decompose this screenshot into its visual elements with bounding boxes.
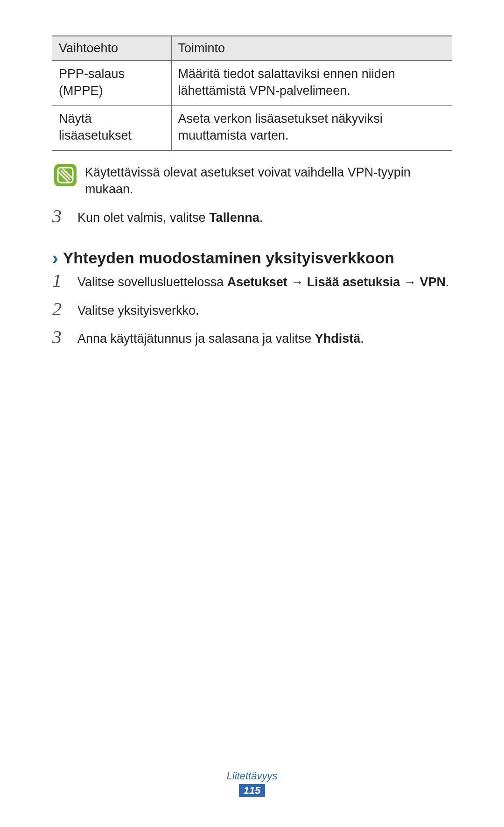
table-row: PPP-salaus (MPPE) Määritä tiedot salatta… [52,61,452,106]
step-row: 2Valitse yksityisverkko. [52,299,452,319]
step-text: → [400,275,420,289]
option-cell: PPP-salaus (MPPE) [52,61,171,106]
step-body: Valitse yksityisverkko. [77,299,199,319]
step-bold: VPN [420,275,446,289]
step-text: Valitse sovellusluettelossa [77,275,227,289]
option-cell: Näytä lisäasetukset [52,105,171,150]
section-heading: › Yhteyden muodostaminen yksityisverkkoo… [52,248,452,267]
step-body: Kun olet valmis, valitse Tallenna. [77,206,263,226]
options-table: Vaihtoehto Toiminto PPP-salaus (MPPE) Mä… [52,35,452,151]
note-icon [53,163,77,187]
step-number: 2 [52,299,69,318]
function-cell: Määritä tiedot salattaviksi ennen niiden… [171,61,452,106]
page-footer: Liitettävyys 115 [0,770,504,797]
footer-category: Liitettävyys [0,770,504,782]
table-row: Näytä lisäasetukset Aseta verkon lisäase… [52,105,452,150]
step-body: Valitse sovellusluettelossa Asetukset → … [77,271,449,290]
step-row: 1Valitse sovellusluettelossa Asetukset →… [52,271,452,290]
step-bold: Asetukset [227,275,287,289]
chevron-right-icon: › [52,249,58,267]
step-text: . [360,332,364,346]
step-bold: Yhdistä [315,332,361,346]
step-bold: Lisää asetuksia [307,275,400,289]
step-text: . [259,211,263,225]
step-number: 3 [52,327,69,346]
step-text: → [287,275,307,289]
step-row: 3Anna käyttäjätunnus ja salasana ja vali… [52,327,452,347]
section-title: Yhteyden muodostaminen yksityisverkkoon [63,249,394,267]
note-text: Käytettävissä olevat asetukset voivat va… [85,163,452,198]
step-bold: Tallenna [209,211,259,225]
step-text: Kun olet valmis, valitse [77,211,209,225]
step-text: . [446,275,449,289]
note-row: Käytettävissä olevat asetukset voivat va… [52,163,452,198]
table-header-row: Vaihtoehto Toiminto [52,36,452,61]
step-number: 3 [52,206,69,226]
manual-page: Vaihtoehto Toiminto PPP-salaus (MPPE) Mä… [0,0,504,827]
step-number: 1 [52,271,69,290]
table-header-function: Toiminto [171,36,452,61]
step-text: Valitse yksityisverkko. [77,304,199,318]
step-row: 3 Kun olet valmis, valitse Tallenna. [52,206,452,226]
step-text: Anna käyttäjätunnus ja salasana ja valit… [77,332,315,346]
step-body: Anna käyttäjätunnus ja salasana ja valit… [77,327,364,347]
footer-page-number: 115 [239,784,266,797]
table-header-option: Vaihtoehto [52,36,171,61]
function-cell: Aseta verkon lisäasetukset näkyviksi muu… [171,105,452,150]
